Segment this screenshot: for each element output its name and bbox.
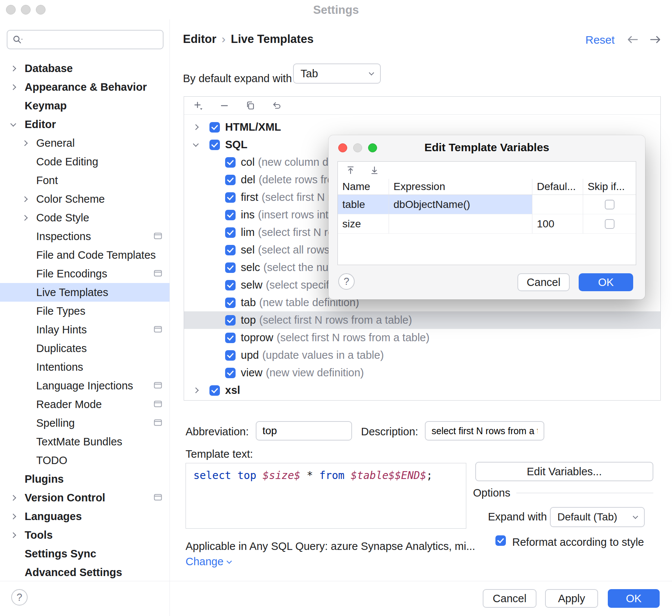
sidebar-item-live-templates[interactable]: Live Templates (0, 283, 169, 302)
checkbox[interactable] (225, 210, 236, 220)
checkbox[interactable] (225, 245, 236, 255)
column-expression: Expression (389, 179, 532, 195)
back-arrow-icon[interactable] (626, 34, 640, 45)
checkbox[interactable] (225, 280, 236, 290)
description-input[interactable] (425, 421, 544, 441)
duplicate-icon[interactable] (244, 99, 257, 112)
chevron-down-icon[interactable] (193, 141, 199, 147)
cancel-button[interactable]: Cancel (483, 589, 536, 608)
sidebar-item-intentions[interactable]: Intentions (0, 358, 169, 376)
cell-default[interactable]: 100 (532, 214, 583, 234)
sidebar-item-file-encodings[interactable]: File Encodings (0, 264, 169, 283)
tree-item-toprow[interactable]: toprow(select first N rows from a table) (184, 329, 660, 346)
help-icon[interactable]: ? (11, 589, 28, 606)
sidebar-item-language-injections[interactable]: Language Injections (0, 376, 169, 395)
add-icon[interactable] (192, 99, 205, 112)
sidebar-item-settings-sync[interactable]: Settings Sync (0, 544, 169, 563)
sidebar-item-inspections[interactable]: Inspections (0, 227, 169, 246)
breadcrumb-editor[interactable]: Editor (183, 32, 217, 46)
sidebar-item-editor[interactable]: Editor (0, 115, 169, 134)
checkbox[interactable] (225, 192, 236, 203)
revert-icon[interactable] (270, 99, 283, 112)
sidebar-item-version-control[interactable]: Version Control (0, 488, 169, 507)
settings-search[interactable] (7, 30, 164, 49)
sidebar-item-duplicates[interactable]: Duplicates (0, 339, 169, 358)
sidebar-item-tools[interactable]: Tools (0, 526, 169, 544)
forward-arrow-icon[interactable] (648, 34, 662, 45)
expand-with-dropdown[interactable]: Default (Tab) (550, 507, 645, 527)
search-input[interactable] (27, 34, 162, 46)
sidebar-item-file-types[interactable]: File Types (0, 302, 169, 320)
tree-group-xsl[interactable]: xsl (184, 382, 660, 399)
tree-item-upd[interactable]: upd(update values in a table) (184, 346, 660, 364)
window-title: Settings (0, 3, 672, 17)
cell-name[interactable]: table (338, 195, 389, 214)
template-text-editor[interactable]: select top $size$ * from $table$$END$; (186, 463, 466, 529)
chevron-right-icon[interactable] (193, 388, 199, 393)
checkbox[interactable] (225, 298, 236, 308)
sidebar-item-reader-mode[interactable]: Reader Mode (0, 395, 169, 414)
tree-item-view[interactable]: view(new view definition) (184, 364, 660, 382)
expand-with-default-dropdown[interactable]: Tab (293, 63, 381, 84)
sidebar-item-code-style[interactable]: Code Style (0, 208, 169, 227)
reformat-checkbox[interactable] (495, 535, 506, 546)
skip-if-checkbox[interactable] (605, 200, 615, 209)
checkbox[interactable] (225, 157, 236, 168)
sidebar-item-todo[interactable]: TODO (0, 451, 169, 470)
tree-group-html-xml[interactable]: HTML/XML (184, 118, 660, 136)
variable-row-size[interactable]: size 100 (338, 214, 636, 234)
sidebar-item-keymap[interactable]: Keymap (0, 96, 169, 115)
ok-button[interactable]: OK (608, 589, 660, 608)
sidebar-item-general[interactable]: General (0, 134, 169, 152)
checkbox[interactable] (209, 122, 220, 133)
cell-expression[interactable]: dbObjectName() (389, 195, 532, 214)
checkbox[interactable] (225, 333, 236, 343)
sidebar-item-database[interactable]: Database (0, 59, 169, 78)
remove-icon[interactable] (218, 99, 231, 112)
checkbox[interactable] (209, 385, 220, 396)
cell-expression[interactable] (389, 214, 532, 234)
abbreviation-label: Abbreviation: (186, 426, 249, 438)
sidebar-item-color-scheme[interactable]: Color Scheme (0, 190, 169, 208)
cell-skip-if (583, 195, 636, 214)
dialog-ok-button[interactable]: OK (579, 273, 633, 291)
chevron-right-icon (22, 215, 28, 221)
cell-default[interactable] (532, 195, 583, 214)
checkbox[interactable] (225, 368, 236, 378)
apply-button[interactable]: Apply (545, 589, 598, 608)
options-divider (516, 493, 653, 493)
checkbox[interactable] (209, 140, 220, 150)
window-indicator-icon (154, 382, 162, 389)
change-link[interactable]: Change (186, 556, 231, 568)
cell-name[interactable]: size (338, 214, 389, 234)
reset-link[interactable]: Reset (585, 34, 615, 46)
skip-if-checkbox[interactable] (605, 219, 615, 229)
sidebar-item-code-editing[interactable]: Code Editing (0, 152, 169, 171)
chevron-right-icon (10, 84, 16, 90)
dropdown-value: Tab (301, 68, 318, 80)
sidebar-item-appearance-behavior[interactable]: Appearance & Behavior (0, 78, 169, 96)
checkbox[interactable] (225, 175, 236, 185)
sidebar-item-font[interactable]: Font (0, 171, 169, 190)
move-up-icon[interactable] (344, 164, 357, 177)
abbreviation-input[interactable] (256, 421, 352, 441)
checkbox[interactable] (225, 262, 236, 273)
checkbox[interactable] (225, 315, 236, 326)
sidebar-item-file-code-templates[interactable]: File and Code Templates (0, 246, 169, 264)
options-label: Options (473, 487, 510, 499)
edit-variables-button[interactable]: Edit Variables... (475, 462, 653, 481)
tree-item-top[interactable]: top(select first N rows from a table) (184, 311, 660, 329)
move-down-icon[interactable] (368, 164, 381, 177)
checkbox[interactable] (225, 227, 236, 238)
variable-row-table[interactable]: table dbObjectName() (338, 195, 636, 214)
sidebar-item-plugins[interactable]: Plugins (0, 470, 169, 488)
dialog-cancel-button[interactable]: Cancel (517, 273, 570, 291)
checkbox[interactable] (225, 350, 236, 361)
sidebar-item-languages[interactable]: Languages (0, 507, 169, 526)
help-icon[interactable]: ? (338, 273, 355, 290)
sidebar-item-inlay-hints[interactable]: Inlay Hints (0, 320, 169, 339)
sidebar-item-textmate-bundles[interactable]: TextMate Bundles (0, 432, 169, 451)
chevron-right-icon[interactable] (193, 124, 199, 130)
sidebar-item-spelling[interactable]: Spelling (0, 414, 169, 432)
sidebar-item-advanced-settings[interactable]: Advanced Settings (0, 563, 169, 582)
